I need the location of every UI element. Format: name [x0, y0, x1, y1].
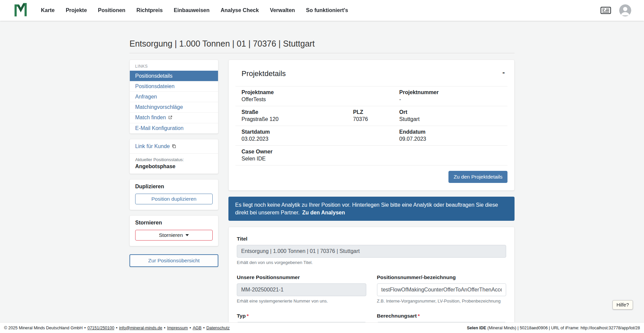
help-button[interactable]: Hilfe? — [612, 300, 633, 310]
footer-separator: • — [164, 326, 165, 330]
sidebar-item-match-finden[interactable]: Match finden — [130, 112, 218, 123]
strasse-value: Pragstraße 120 — [241, 116, 347, 122]
cancel-card: Stornieren Stornieren — [129, 215, 218, 246]
footer: © 2025 Mineral Minds Deutschland GmbH • … — [0, 322, 644, 333]
sidebar-item-anfragen[interactable]: Anfragen — [130, 91, 218, 102]
sidebar: Links Positionsdetails Positionsdateien … — [129, 60, 218, 267]
links-card: Links Positionsdetails Positionsdateien … — [129, 60, 218, 134]
typ-label: Typ* — [237, 313, 366, 319]
titel-help: Erhält den von uns vorgegebenen Titel. — [237, 260, 506, 265]
footer-left: © 2025 Mineral Minds Deutschland GmbH • … — [4, 326, 230, 330]
kundennummer-input[interactable] — [377, 283, 506, 296]
footer-phone-link[interactable]: 07151/250100 — [88, 326, 114, 330]
copy-icon — [172, 144, 176, 150]
main-nav: Karte Projekte Positionen Richtpreis Ein… — [41, 7, 348, 13]
typ-required-mark: * — [247, 313, 249, 319]
table-row: Case Owner Selen IDE — [235, 146, 507, 165]
title-divider — [129, 53, 515, 53]
nav-item-analyse-check[interactable]: Analyse Check — [221, 7, 259, 13]
page-title: Entsorgung | 1.000 Tonnen | 01 | 70376 |… — [129, 39, 515, 49]
berechnungsart-label: Berechnungsart* — [377, 313, 506, 319]
customer-link-label: Link für Kunde — [135, 143, 170, 149]
nav-item-verwalten[interactable]: Verwalten — [270, 7, 295, 13]
position-status-value: Angebotsphase — [135, 163, 213, 170]
cancel-position-button[interactable]: Stornieren — [135, 230, 213, 241]
nav-item-einbauweisen[interactable]: Einbauweisen — [174, 7, 210, 13]
project-details-card: Projektdetails - Projektname OfferTests … — [228, 60, 515, 191]
table-row: Straße Pragstraße 120 PLZ 70376 Ort Stut… — [235, 106, 507, 126]
case-owner-label: Case Owner — [241, 149, 507, 155]
keyboard-icon[interactable] — [600, 7, 611, 14]
footer-email-link[interactable]: info@mineral-minds.de — [119, 326, 162, 330]
projektname-value: OfferTests — [241, 96, 393, 103]
footer-separator: • — [203, 326, 205, 330]
project-details-button[interactable]: Zu den Projektdetails — [448, 171, 507, 183]
nav-item-so-funktionierts[interactable]: So funktioniert's — [306, 7, 348, 13]
footer-session-info: Selen IDE (Mineral Minds) | 50218aed0906… — [467, 326, 640, 330]
berechnungsart-label-text: Berechnungsart — [377, 313, 417, 319]
kundennummer-label: Positionsnummer/-bezeichnung — [377, 274, 506, 280]
analytics-info-banner: Es liegt noch keine Analytik zu Ihrer Po… — [228, 197, 515, 221]
table-row: Startdatum 03.02.2023 Enddatum 09.07.202… — [235, 126, 507, 146]
sidebar-item-positionsdetails[interactable]: Positionsdetails — [130, 71, 218, 81]
titel-label: Titel — [237, 236, 506, 242]
positionsnummer-group: Unsere Positionsnummer Erhält eine syste… — [237, 274, 366, 304]
mineral-minds-logo-icon — [14, 3, 27, 18]
kundennummer-group: Positionsnummer/-bezeichnung Z.B. Intern… — [377, 274, 506, 304]
links-card-header: Links — [130, 60, 218, 71]
positionsnummer-label: Unsere Positionsnummer — [237, 274, 366, 280]
plz-label: PLZ — [353, 109, 393, 115]
user-avatar-icon[interactable] — [619, 4, 631, 16]
enddatum-value: 09.07.2023 — [399, 136, 507, 142]
footer-session-details: (Mineral Minds) | 50218aed0906 | URL of … — [487, 326, 640, 330]
strasse-label: Straße — [241, 109, 347, 115]
table-row: Projektname OfferTests Projektnummer - — [235, 86, 507, 106]
nav-item-positionen[interactable]: Positionen — [98, 7, 125, 13]
position-overview-button[interactable]: Zur Positionsübersicht — [129, 254, 218, 267]
footer-user: Selen IDE — [467, 326, 486, 330]
ort-label: Ort — [399, 109, 507, 115]
startdatum-value: 03.02.2023 — [241, 136, 393, 142]
analyses-link[interactable]: Zu den Analysen — [302, 210, 345, 215]
page-body: Entsorgung | 1.000 Tonnen | 01 | 70376 |… — [0, 0, 644, 333]
collapse-icon[interactable]: - — [502, 69, 505, 76]
kundennummer-help: Z.B. Interne-Vorgangsnummer, LV-Position… — [377, 298, 506, 304]
analytics-info-text: Es liegt noch keine Analytik zu Ihrer Po… — [235, 202, 498, 215]
customer-link[interactable]: Link für Kunde — [135, 143, 176, 150]
position-form-card: Titel Erhält den von uns vorgegebenen Ti… — [228, 227, 515, 333]
sidebar-item-match-finden-label: Match finden — [135, 115, 166, 120]
positionsnummer-help: Erhält eine systemgenerierte Nummer von … — [237, 298, 366, 304]
navbar-right — [600, 4, 631, 16]
case-owner-value: Selen IDE — [241, 156, 507, 162]
nav-item-projekte[interactable]: Projekte — [66, 7, 87, 13]
footer-datenschutz-link[interactable]: Datenschutz — [206, 326, 229, 330]
external-link-icon — [168, 115, 172, 121]
plz-value: 70376 — [353, 116, 393, 122]
nav-item-karte[interactable]: Karte — [41, 7, 55, 13]
footer-agb-link[interactable]: AGB — [193, 326, 201, 330]
sidebar-item-email-konfiguration[interactable]: E-Mail Konfiguration — [130, 123, 218, 133]
main-content: Projektdetails - Projektname OfferTests … — [228, 60, 515, 333]
status-divider — [130, 153, 218, 154]
ort-value: Stuttgart — [399, 116, 507, 122]
sidebar-links-list: Positionsdetails Positionsdateien Anfrag… — [130, 71, 218, 133]
nav-item-richtpreis[interactable]: Richtpreis — [137, 7, 163, 13]
footer-impressum-link[interactable]: Impressum — [167, 326, 188, 330]
footer-copyright: © 2025 Mineral Minds Deutschland GmbH — [4, 326, 83, 330]
titel-input — [237, 245, 506, 258]
duplicate-position-button[interactable]: Position duplizieren — [135, 194, 213, 204]
projektnummer-label: Projektnummer — [399, 89, 507, 95]
sidebar-item-matchingvorschlaege[interactable]: Matchingvorschläge — [130, 102, 218, 112]
projektnummer-value: - — [399, 96, 507, 103]
sidebar-item-positionsdateien[interactable]: Positionsdateien — [130, 81, 218, 91]
brand-logo[interactable] — [14, 3, 27, 18]
startdatum-label: Startdatum — [241, 129, 393, 135]
footer-separator: • — [116, 326, 117, 330]
typ-label-text: Typ — [237, 313, 246, 319]
footer-separator: • — [190, 326, 191, 330]
duplicate-card-header: Duplizieren — [135, 184, 213, 190]
footer-separator: • — [84, 326, 86, 330]
customer-status-card: Link für Kunde Aktueller Positionsstatus… — [129, 139, 218, 174]
project-details-table: Projektname OfferTests Projektnummer - S… — [235, 86, 507, 165]
position-status-label: Aktueller Positionsstatus: — [135, 157, 213, 162]
